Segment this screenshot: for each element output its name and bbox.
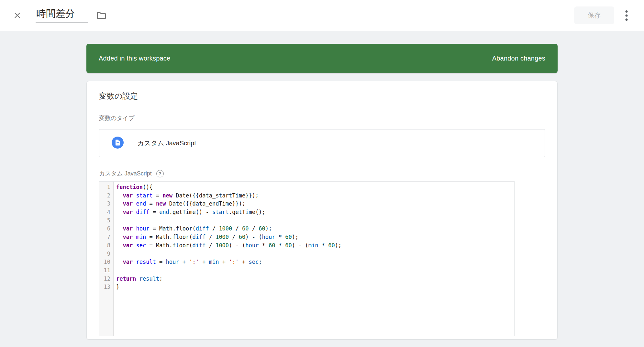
editor-code[interactable]: function(){ var start = new Date({{data_… <box>114 182 514 336</box>
code-line: return result; <box>116 275 514 283</box>
variable-type-selector[interactable]: カスタム JavaScript <box>99 129 545 157</box>
line-number: 6 <box>99 225 110 233</box>
folder-icon[interactable] <box>96 11 107 20</box>
line-number: 2 <box>99 192 110 200</box>
card-title: 変数の設定 <box>99 91 545 101</box>
line-number: 9 <box>99 250 110 258</box>
kebab-menu-icon[interactable] <box>620 6 633 24</box>
variable-type-label: 変数のタイプ <box>99 114 545 122</box>
variable-config-card: 変数の設定 変数のタイプ カスタム JavaScript カスタム JavaSc… <box>86 81 558 340</box>
banner-message: Added in this workspace <box>99 55 170 62</box>
code-editor[interactable]: 12345678910111213 function(){ var start … <box>99 181 515 336</box>
folder-icon-glyph <box>96 11 106 20</box>
line-number: 5 <box>99 217 110 225</box>
kebab-icon-glyph <box>622 8 631 23</box>
close-icon-glyph <box>13 11 22 20</box>
code-line: var hour = Math.floor(diff / 1000 / 60 /… <box>116 225 514 233</box>
custom-javascript-label: カスタム JavaScript <box>99 170 152 177</box>
code-line: var result = hour + ':' + min + ':' + se… <box>116 258 514 266</box>
variable-type-value: カスタム JavaScript <box>138 139 196 148</box>
workspace-banner: Added in this workspace Abandon changes <box>86 44 558 73</box>
gtm-variable-editor: 保存 Added in this workspace Abandon chang… <box>0 0 644 340</box>
save-button[interactable]: 保存 <box>574 6 614 24</box>
help-icon[interactable]: ? <box>156 170 164 177</box>
line-number: 11 <box>99 266 110 275</box>
code-line: var end = new Date({{data_endTime}}); <box>116 200 514 208</box>
code-line <box>116 217 514 225</box>
code-line: } <box>116 283 514 291</box>
variable-title-field <box>36 8 88 23</box>
custom-javascript-doc-icon <box>112 137 124 150</box>
abandon-changes-button[interactable]: Abandon changes <box>492 55 545 62</box>
line-number: 12 <box>99 275 110 283</box>
code-line: var start = new Date({{data_startTime}})… <box>116 192 514 200</box>
code-section-header: カスタム JavaScript ? <box>99 170 545 177</box>
editor-gutter: 12345678910111213 <box>99 182 114 336</box>
variable-title-input[interactable] <box>36 8 88 23</box>
line-number: 13 <box>99 283 110 291</box>
code-line: var min = Math.floor(diff / 1000 / 60) -… <box>116 233 514 241</box>
code-line <box>116 266 514 275</box>
line-number: 7 <box>99 233 110 241</box>
code-line: function(){ <box>116 183 514 192</box>
code-line: var sec = Math.floor(diff / 1000) - (hou… <box>116 241 514 250</box>
line-number: 1 <box>99 183 110 192</box>
line-number: 10 <box>99 258 110 266</box>
code-line: var diff = end.getTime() - start.getTime… <box>116 208 514 217</box>
line-number: 8 <box>99 241 110 250</box>
main-content: Added in this workspace Abandon changes … <box>0 31 644 340</box>
header-bar: 保存 <box>0 0 644 31</box>
close-icon[interactable] <box>12 11 22 20</box>
line-number: 3 <box>99 200 110 208</box>
code-line <box>116 250 514 258</box>
line-number: 4 <box>99 208 110 217</box>
